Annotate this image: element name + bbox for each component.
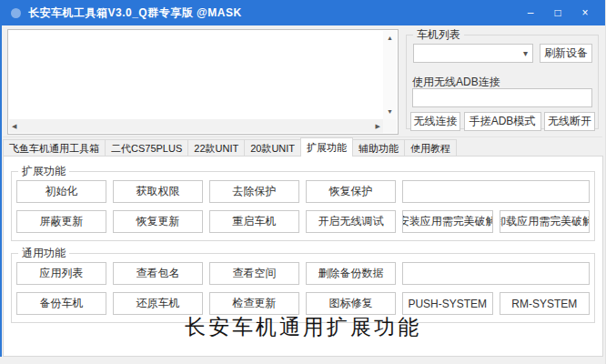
log-output-area[interactable]: ▲ ▼ ◀ ▶ (7, 29, 399, 135)
window-left-border (0, 25, 2, 357)
view-package-name-button[interactable]: 查看包名 (113, 262, 203, 285)
push-system-button[interactable]: PUSH-SYSTEM (402, 292, 493, 315)
close-button[interactable]: × (571, 2, 599, 24)
rm-system-button[interactable]: RM-SYSTEM (500, 292, 591, 315)
scroll-down-icon[interactable]: ▼ (384, 105, 396, 119)
enable-wireless-debug-button[interactable]: 开启无线调试 (306, 210, 396, 233)
tab-auxiliary-functions[interactable]: 辅助功能 (352, 139, 405, 157)
tab-22-unit[interactable]: 22款UNIT (187, 139, 245, 157)
scroll-right-icon[interactable]: ▶ (373, 119, 383, 134)
blank-general-button[interactable] (402, 262, 590, 285)
extended-functions-group-label: 扩展功能 (18, 165, 69, 177)
tab-20-unit[interactable]: 20款UNIT (244, 139, 301, 157)
window-controls: – □ × (517, 2, 599, 24)
block-updates-button[interactable]: 屏蔽更新 (16, 210, 106, 233)
wireless-buttons-row: 无线连接 手搓ADB模式 无线断开 (410, 112, 595, 131)
app-window: 长安车机工具箱V3.0_Q群专享版 @MASK – □ × ▲ ▼ ◀ ▶ 车机… (0, 0, 606, 364)
backup-headunit-button[interactable]: 备份车机 (16, 292, 106, 315)
chevron-down-icon: ▾ (519, 48, 532, 58)
wireless-connect-button[interactable]: 无线连接 (410, 112, 460, 131)
tab-cs75plus[interactable]: 二代CS75PLUS (105, 139, 188, 157)
device-list-group-label: 车机列表 (413, 28, 464, 41)
restore-headunit-button[interactable]: 还原车机 (113, 292, 203, 315)
wireless-disconnect-button[interactable]: 无线断开 (544, 112, 595, 131)
extended-functions-group: 扩展功能 初始化 获取权限 去除保护 恢复保护 屏蔽更新 恢复更新 重启车机 开… (11, 171, 595, 241)
scroll-up-icon[interactable]: ▲ (384, 31, 396, 46)
initialize-button[interactable]: 初始化 (16, 180, 106, 203)
vertical-scrollbar[interactable]: ▲ ▼ (383, 31, 397, 119)
icon-repair-button[interactable]: 图标修复 (306, 292, 396, 315)
page-title: 长安车机通用扩展功能 (4, 313, 602, 341)
device-select[interactable]: ▾ (413, 44, 533, 63)
uninstall-app-crack-button[interactable]: 卸载应用需完美破解 (500, 210, 591, 233)
reboot-headunit-button[interactable]: 重启车机 (209, 210, 299, 233)
view-storage-button[interactable]: 查看空间 (209, 262, 299, 285)
restore-protection-button[interactable]: 恢复保护 (306, 180, 396, 203)
general-row-2: 备份车机 还原车机 检查更新 图标修复 PUSH-SYSTEM RM-SYSTE… (16, 292, 590, 315)
refresh-devices-button[interactable]: 刷新设备 (540, 44, 592, 63)
tab-extended-functions[interactable]: 扩展功能 (300, 137, 353, 157)
app-list-button[interactable]: 应用列表 (16, 262, 106, 285)
general-functions-group-label: 通用功能 (18, 247, 69, 259)
extended-row-1: 初始化 获取权限 去除保护 恢复保护 (16, 180, 590, 203)
extended-functions-page: 扩展功能 初始化 获取权限 去除保护 恢复保护 屏蔽更新 恢复更新 重启车机 开… (3, 156, 603, 357)
device-list-group: 车机列表 ▾ 刷新设备 使用无线ADB连接 无线连接 手搓ADB模式 无线断开 (406, 35, 599, 129)
titlebar: 长安车机工具箱V3.0_Q群专享版 @MASK – □ × (0, 0, 606, 25)
blank-extended-button[interactable] (402, 180, 590, 203)
tabstrip: 飞鱼车机通用工具箱 二代CS75PLUS 22款UNIT 20款UNIT 扩展功… (3, 138, 456, 157)
window-title: 长安车机工具箱V3.0_Q群专享版 @MASK (28, 5, 242, 21)
extended-row-2: 屏蔽更新 恢复更新 重启车机 开启无线调试 安装应用需完美破解 卸载应用需完美破… (16, 210, 590, 233)
scroll-left-icon[interactable]: ◀ (9, 119, 19, 134)
delete-backup-data-button[interactable]: 删除备份数据 (306, 262, 396, 285)
tab-tutorial[interactable]: 使用教程 (404, 139, 457, 157)
install-app-crack-button[interactable]: 安装应用需完美破解 (402, 210, 493, 233)
horizontal-scrollbar[interactable]: ◀ ▶ (9, 119, 383, 133)
restore-updates-button[interactable]: 恢复更新 (113, 210, 203, 233)
scrollbar-corner (383, 119, 397, 133)
wireless-address-input[interactable] (412, 88, 592, 107)
app-icon (11, 8, 21, 18)
tab-feiyu-toolbox[interactable]: 飞鱼车机通用工具箱 (3, 139, 106, 157)
manual-adb-mode-button[interactable]: 手搓ADB模式 (464, 112, 541, 131)
general-row-1: 应用列表 查看包名 查看空间 删除备份数据 (16, 262, 590, 285)
maximize-button[interactable]: □ (544, 2, 571, 24)
remove-protection-button[interactable]: 去除保护 (209, 180, 299, 203)
minimize-button[interactable]: – (517, 2, 544, 24)
get-permission-button[interactable]: 获取权限 (113, 180, 203, 203)
check-update-button[interactable]: 检查更新 (209, 292, 299, 315)
